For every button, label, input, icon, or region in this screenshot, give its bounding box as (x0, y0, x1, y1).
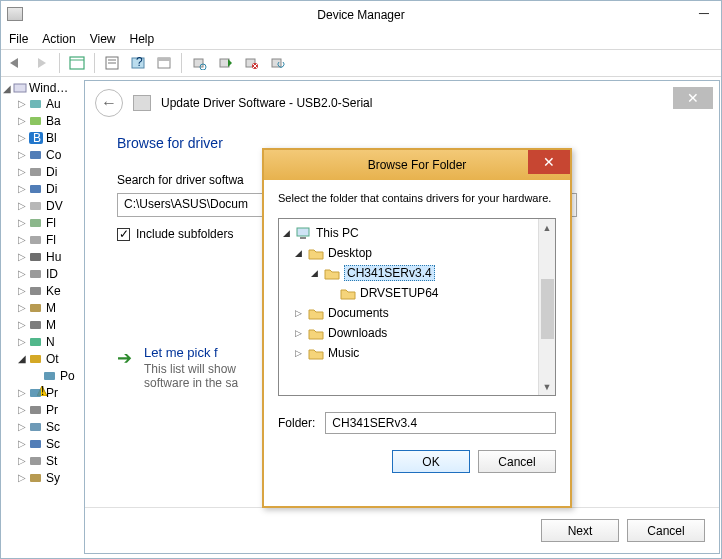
tree-item[interactable]: ▷ID (17, 265, 89, 282)
device-label: M (46, 301, 56, 315)
tree-music[interactable]: ▷ Music (281, 343, 553, 363)
bff-cancel-button[interactable]: Cancel (478, 450, 556, 473)
svg-rect-45 (30, 457, 41, 465)
tree-item[interactable]: ▷Di (17, 180, 89, 197)
svg-rect-42 (30, 406, 41, 414)
update-driver-button[interactable] (214, 52, 236, 74)
menu-view[interactable]: View (90, 32, 116, 46)
properties-button[interactable] (101, 52, 123, 74)
bff-close-button[interactable]: ✕ (528, 150, 570, 174)
svg-rect-22 (30, 117, 41, 125)
svg-text:B: B (33, 132, 41, 144)
device-icon (29, 455, 43, 467)
tree-downloads[interactable]: ▷ Downloads (281, 323, 553, 343)
back-button[interactable] (5, 52, 27, 74)
svg-rect-28 (30, 202, 41, 210)
tree-item[interactable]: ◢Ot (17, 350, 89, 367)
cancel-button[interactable]: Cancel (627, 519, 705, 542)
tree-item[interactable]: ▷Sc (17, 418, 89, 435)
svg-rect-46 (30, 474, 41, 482)
folder-icon (308, 247, 324, 260)
ok-button[interactable]: OK (392, 450, 470, 473)
tree-item[interactable]: ▷Sy (17, 469, 89, 486)
device-icon (29, 115, 43, 127)
svg-rect-19 (272, 59, 281, 67)
include-subfolders-checkbox[interactable]: ✓ (117, 228, 130, 241)
device-label: Sc (46, 437, 60, 451)
tree-item[interactable]: !Po (17, 367, 89, 384)
view-button[interactable] (153, 52, 175, 74)
scroll-down-icon[interactable]: ▼ (539, 378, 555, 395)
device-label: Di (46, 182, 57, 196)
tree-item[interactable]: ▷Sc (17, 435, 89, 452)
tree-root[interactable]: ◢ Wind… (3, 81, 89, 95)
scan-button[interactable] (188, 52, 210, 74)
tree-child-folder[interactable]: DRVSETUP64 (281, 283, 553, 303)
device-icon (29, 438, 43, 450)
tree-item[interactable]: ▷St (17, 452, 89, 469)
uninstall-button[interactable] (240, 52, 262, 74)
device-label: DV (46, 199, 63, 213)
help-button[interactable]: ? (127, 52, 149, 74)
tree-item[interactable]: ▷M (17, 316, 89, 333)
menubar: File Action View Help (1, 29, 721, 49)
forward-button[interactable] (31, 52, 53, 74)
folder-name-input[interactable] (325, 412, 556, 434)
svg-rect-30 (30, 236, 41, 244)
folder-icon (308, 347, 324, 360)
menu-action[interactable]: Action (42, 32, 75, 46)
next-button[interactable]: Next (541, 519, 619, 542)
scrollbar[interactable]: ▲ ▼ (538, 219, 555, 395)
wizard-back-button[interactable]: ← (95, 89, 123, 117)
tree-item[interactable]: ▷Di (17, 163, 89, 180)
tree-item[interactable]: ▷BBl (17, 129, 89, 146)
tree-item[interactable]: ▷Ba (17, 112, 89, 129)
tree-item[interactable]: ▷Fl (17, 231, 89, 248)
device-tree[interactable]: ◢ Wind… ▷Au▷Ba▷BBl▷Co▷Di▷Di▷DV▷Fl▷Fl▷Hu▷… (1, 77, 91, 558)
wizard-close-button[interactable]: ✕ (673, 87, 713, 109)
tree-item[interactable]: ▷Fl (17, 214, 89, 231)
folder-icon (308, 307, 324, 320)
scroll-thumb[interactable] (541, 279, 554, 339)
tree-desktop[interactable]: ◢ Desktop (281, 243, 553, 263)
menu-file[interactable]: File (9, 32, 28, 46)
tree-item[interactable]: ▷DV (17, 197, 89, 214)
titlebar: Device Manager ─ (1, 1, 721, 29)
arrow-icon: ➔ (117, 347, 132, 369)
folder-tree[interactable]: ◢ This PC ◢ Desktop ◢ CH341SERv3.4 DRVSE… (278, 218, 556, 396)
device-icon (29, 149, 43, 161)
tree-item[interactable]: ▷Au (17, 95, 89, 112)
tree-this-pc[interactable]: ◢ This PC (281, 223, 553, 243)
device-label: ID (46, 267, 58, 281)
tree-item[interactable]: ▷Co (17, 146, 89, 163)
device-icon (29, 421, 43, 433)
tree-item[interactable]: ▷Pr (17, 401, 89, 418)
bff-title-text: Browse For Folder (368, 158, 467, 172)
computer-icon (296, 227, 312, 240)
tree-documents[interactable]: ▷ Documents (281, 303, 553, 323)
check-icon: ✓ (119, 228, 129, 240)
scroll-up-icon[interactable]: ▲ (539, 219, 555, 236)
tree-item[interactable]: ▷Ke (17, 282, 89, 299)
svg-rect-36 (30, 338, 41, 346)
svg-text:?: ? (136, 56, 143, 69)
device-label: Sc (46, 420, 60, 434)
disable-button[interactable] (266, 52, 288, 74)
svg-marker-14 (228, 59, 232, 67)
device-label: Fl (46, 233, 56, 247)
app-icon (7, 7, 23, 21)
menu-help[interactable]: Help (130, 32, 155, 46)
device-label: Hu (46, 250, 61, 264)
tree-item[interactable]: ▷N (17, 333, 89, 350)
tree-item[interactable]: ▷Hu (17, 248, 89, 265)
svg-rect-31 (30, 253, 41, 261)
device-icon (29, 183, 43, 195)
tree-item[interactable]: ▷M (17, 299, 89, 316)
minimize-button[interactable]: ─ (691, 3, 717, 23)
device-label: Fl (46, 216, 56, 230)
tree-selected-folder[interactable]: ◢ CH341SERv3.4 (281, 263, 553, 283)
folder-icon (324, 267, 340, 280)
show-hidden-button[interactable] (66, 52, 88, 74)
tree-item[interactable]: ▷Pr (17, 384, 89, 401)
svg-rect-2 (70, 57, 84, 69)
